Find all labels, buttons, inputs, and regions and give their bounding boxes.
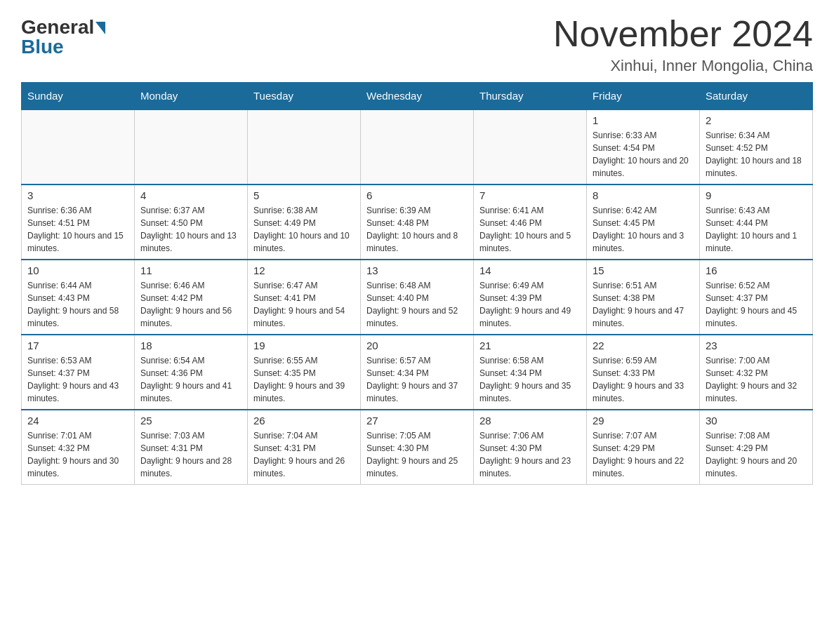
calendar-header-monday: Monday — [135, 83, 248, 110]
day-number: 29 — [593, 415, 694, 427]
day-number: 2 — [706, 114, 807, 126]
day-info: Sunrise: 7:06 AMSunset: 4:30 PMDaylight:… — [479, 429, 581, 480]
calendar-cell: 29Sunrise: 7:07 AMSunset: 4:29 PMDayligh… — [587, 410, 700, 485]
day-info: Sunrise: 6:34 AMSunset: 4:52 PMDaylight:… — [706, 129, 807, 180]
calendar-week-2: 3Sunrise: 6:36 AMSunset: 4:51 PMDaylight… — [22, 185, 813, 260]
day-number: 12 — [253, 264, 355, 276]
calendar-cell: 27Sunrise: 7:05 AMSunset: 4:30 PMDayligh… — [361, 410, 474, 485]
calendar-cell — [474, 109, 587, 185]
day-info: Sunrise: 7:00 AMSunset: 4:32 PMDaylight:… — [706, 354, 807, 405]
calendar-week-3: 10Sunrise: 6:44 AMSunset: 4:43 PMDayligh… — [22, 260, 813, 335]
calendar-header-friday: Friday — [587, 83, 700, 110]
day-info: Sunrise: 6:58 AMSunset: 4:34 PMDaylight:… — [479, 354, 581, 405]
day-info: Sunrise: 6:43 AMSunset: 4:44 PMDaylight:… — [706, 204, 807, 255]
calendar-cell: 21Sunrise: 6:58 AMSunset: 4:34 PMDayligh… — [474, 335, 587, 410]
day-number: 9 — [706, 189, 807, 201]
day-number: 16 — [706, 264, 807, 276]
logo-text: General — [21, 18, 105, 37]
calendar-cell: 22Sunrise: 6:59 AMSunset: 4:33 PMDayligh… — [587, 335, 700, 410]
calendar-header-thursday: Thursday — [474, 83, 587, 110]
calendar-cell — [22, 109, 135, 185]
day-number: 24 — [27, 415, 128, 427]
calendar-cell: 3Sunrise: 6:36 AMSunset: 4:51 PMDaylight… — [22, 185, 135, 260]
calendar-cell: 5Sunrise: 6:38 AMSunset: 4:49 PMDaylight… — [248, 185, 361, 260]
day-number: 5 — [253, 189, 355, 201]
page-header: General Blue November 2024 Xinhui, Inner… — [21, 14, 813, 75]
day-info: Sunrise: 7:03 AMSunset: 4:31 PMDaylight:… — [140, 429, 241, 480]
calendar-header-wednesday: Wednesday — [361, 83, 474, 110]
day-info: Sunrise: 7:08 AMSunset: 4:29 PMDaylight:… — [706, 429, 807, 480]
day-info: Sunrise: 7:07 AMSunset: 4:29 PMDaylight:… — [593, 429, 694, 480]
month-title: November 2024 — [553, 14, 813, 54]
day-number: 17 — [27, 340, 128, 351]
day-number: 21 — [479, 340, 581, 351]
calendar-cell: 19Sunrise: 6:55 AMSunset: 4:35 PMDayligh… — [248, 335, 361, 410]
calendar-cell: 28Sunrise: 7:06 AMSunset: 4:30 PMDayligh… — [474, 410, 587, 485]
calendar-cell: 9Sunrise: 6:43 AMSunset: 4:44 PMDaylight… — [700, 185, 813, 260]
calendar-cell: 15Sunrise: 6:51 AMSunset: 4:38 PMDayligh… — [587, 260, 700, 335]
day-number: 20 — [366, 340, 468, 351]
calendar-cell: 1Sunrise: 6:33 AMSunset: 4:54 PMDaylight… — [587, 109, 700, 185]
day-number: 6 — [366, 189, 468, 201]
calendar-week-4: 17Sunrise: 6:53 AMSunset: 4:37 PMDayligh… — [22, 335, 813, 410]
calendar-header-row: SundayMondayTuesdayWednesdayThursdayFrid… — [22, 83, 813, 110]
calendar-header-sunday: Sunday — [22, 83, 135, 110]
day-number: 22 — [593, 340, 694, 351]
calendar-week-5: 24Sunrise: 7:01 AMSunset: 4:32 PMDayligh… — [22, 410, 813, 485]
day-number: 13 — [366, 264, 468, 276]
day-number: 19 — [253, 340, 355, 351]
calendar-cell — [248, 109, 361, 185]
calendar-cell: 24Sunrise: 7:01 AMSunset: 4:32 PMDayligh… — [22, 410, 135, 485]
day-info: Sunrise: 6:55 AMSunset: 4:35 PMDaylight:… — [253, 354, 355, 405]
calendar-cell: 12Sunrise: 6:47 AMSunset: 4:41 PMDayligh… — [248, 260, 361, 335]
day-number: 25 — [140, 415, 241, 427]
day-info: Sunrise: 7:04 AMSunset: 4:31 PMDaylight:… — [253, 429, 355, 480]
day-info: Sunrise: 6:49 AMSunset: 4:39 PMDaylight:… — [479, 279, 581, 330]
title-block: November 2024 Xinhui, Inner Mongolia, Ch… — [553, 14, 813, 75]
day-info: Sunrise: 6:39 AMSunset: 4:48 PMDaylight:… — [366, 204, 468, 255]
calendar-cell: 4Sunrise: 6:37 AMSunset: 4:50 PMDaylight… — [135, 185, 248, 260]
day-info: Sunrise: 6:36 AMSunset: 4:51 PMDaylight:… — [27, 204, 128, 255]
calendar-cell: 18Sunrise: 6:54 AMSunset: 4:36 PMDayligh… — [135, 335, 248, 410]
day-number: 11 — [140, 264, 241, 276]
calendar-cell: 17Sunrise: 6:53 AMSunset: 4:37 PMDayligh… — [22, 335, 135, 410]
calendar-cell: 10Sunrise: 6:44 AMSunset: 4:43 PMDayligh… — [22, 260, 135, 335]
day-number: 30 — [706, 415, 807, 427]
day-info: Sunrise: 6:59 AMSunset: 4:33 PMDaylight:… — [593, 354, 694, 405]
day-number: 1 — [593, 114, 694, 126]
day-number: 18 — [140, 340, 241, 351]
day-info: Sunrise: 6:52 AMSunset: 4:37 PMDaylight:… — [706, 279, 807, 330]
day-number: 28 — [479, 415, 581, 427]
calendar-cell: 7Sunrise: 6:41 AMSunset: 4:46 PMDaylight… — [474, 185, 587, 260]
logo-arrow-icon — [95, 22, 105, 34]
logo: General Blue — [21, 14, 105, 57]
day-number: 7 — [479, 189, 581, 201]
calendar-header-tuesday: Tuesday — [248, 83, 361, 110]
day-info: Sunrise: 6:38 AMSunset: 4:49 PMDaylight:… — [253, 204, 355, 255]
day-number: 15 — [593, 264, 694, 276]
day-info: Sunrise: 6:48 AMSunset: 4:40 PMDaylight:… — [366, 279, 468, 330]
day-info: Sunrise: 6:47 AMSunset: 4:41 PMDaylight:… — [253, 279, 355, 330]
day-info: Sunrise: 6:46 AMSunset: 4:42 PMDaylight:… — [140, 279, 241, 330]
calendar-cell: 13Sunrise: 6:48 AMSunset: 4:40 PMDayligh… — [361, 260, 474, 335]
calendar-cell — [135, 109, 248, 185]
calendar-week-1: 1Sunrise: 6:33 AMSunset: 4:54 PMDaylight… — [22, 109, 813, 185]
day-number: 10 — [27, 264, 128, 276]
calendar-cell: 8Sunrise: 6:42 AMSunset: 4:45 PMDaylight… — [587, 185, 700, 260]
day-info: Sunrise: 6:57 AMSunset: 4:34 PMDaylight:… — [366, 354, 468, 405]
calendar-cell: 16Sunrise: 6:52 AMSunset: 4:37 PMDayligh… — [700, 260, 813, 335]
day-info: Sunrise: 6:42 AMSunset: 4:45 PMDaylight:… — [593, 204, 694, 255]
calendar-cell: 11Sunrise: 6:46 AMSunset: 4:42 PMDayligh… — [135, 260, 248, 335]
day-number: 3 — [27, 189, 128, 201]
calendar-header-saturday: Saturday — [700, 83, 813, 110]
calendar-cell: 26Sunrise: 7:04 AMSunset: 4:31 PMDayligh… — [248, 410, 361, 485]
calendar-table: SundayMondayTuesdayWednesdayThursdayFrid… — [21, 82, 813, 485]
day-info: Sunrise: 7:01 AMSunset: 4:32 PMDaylight:… — [27, 429, 128, 480]
day-info: Sunrise: 6:54 AMSunset: 4:36 PMDaylight:… — [140, 354, 241, 405]
day-info: Sunrise: 6:51 AMSunset: 4:38 PMDaylight:… — [593, 279, 694, 330]
calendar-cell: 30Sunrise: 7:08 AMSunset: 4:29 PMDayligh… — [700, 410, 813, 485]
day-info: Sunrise: 6:53 AMSunset: 4:37 PMDaylight:… — [27, 354, 128, 405]
day-number: 14 — [479, 264, 581, 276]
day-info: Sunrise: 6:33 AMSunset: 4:54 PMDaylight:… — [593, 129, 694, 180]
calendar-cell: 23Sunrise: 7:00 AMSunset: 4:32 PMDayligh… — [700, 335, 813, 410]
